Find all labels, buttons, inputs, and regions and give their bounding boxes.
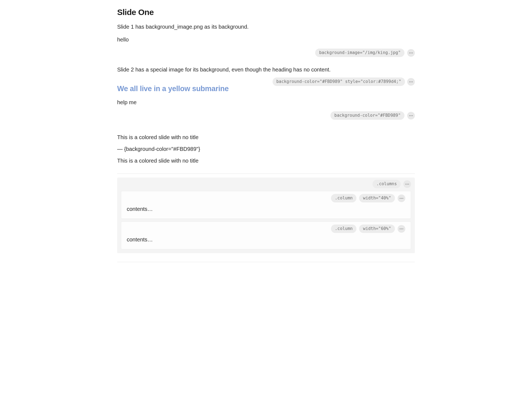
attr-pill[interactable]: background-color="#FBD989" <box>330 111 404 120</box>
svg-point-17 <box>402 228 403 229</box>
attr-pill[interactable]: .column <box>331 194 356 202</box>
svg-point-16 <box>401 228 402 229</box>
ellipsis-icon <box>400 228 403 229</box>
svg-point-4 <box>410 81 411 82</box>
svg-point-6 <box>409 115 410 116</box>
columns-attr-row: .columns <box>121 180 411 188</box>
column-1-attr-row: .column width="40%" <box>127 194 405 202</box>
more-button[interactable] <box>407 49 415 57</box>
ellipsis-icon <box>409 115 413 116</box>
more-button[interactable] <box>407 78 415 86</box>
slide-two-attr-row: background-color="#FBD989" <box>117 111 415 120</box>
attr-pill[interactable]: background-image="/img/king.jpg" <box>315 49 404 57</box>
attr-pill[interactable]: background-color="#FBD989" style="color:… <box>273 77 405 86</box>
attr-pill[interactable]: width="60%" <box>359 225 395 233</box>
slide-one-title: Slide One <box>117 8 415 17</box>
svg-point-8 <box>412 115 413 116</box>
ellipsis-icon <box>405 184 409 185</box>
slide-three-line-2: — {background-color="#FBD989"} <box>117 145 415 153</box>
more-button[interactable] <box>398 225 405 233</box>
svg-point-7 <box>410 115 411 116</box>
slide-two-body-2: help me <box>117 98 415 106</box>
more-button[interactable] <box>403 180 411 188</box>
attr-pill[interactable]: .columns <box>373 180 401 188</box>
slide-three: This is a colored slide with no title — … <box>117 133 415 165</box>
svg-point-5 <box>412 81 413 82</box>
svg-point-3 <box>409 81 410 82</box>
ellipsis-icon <box>409 52 413 53</box>
columns-block: .columns .column width="40%" <box>117 178 415 253</box>
svg-point-15 <box>400 228 400 229</box>
svg-point-10 <box>407 184 407 184</box>
slide-two-body-1: Slide 2 has a special image for its back… <box>117 66 415 74</box>
column-2-content: contents… <box>127 236 405 244</box>
slide-one-body-1: Slide 1 has background_image.png as its … <box>117 23 415 31</box>
svg-point-12 <box>400 198 400 199</box>
svg-point-9 <box>405 184 406 184</box>
horizontal-rule <box>117 173 415 174</box>
column-2-attr-row: .column width="60%" <box>127 225 405 233</box>
svg-point-14 <box>402 198 403 199</box>
horizontal-rule <box>117 262 415 262</box>
heading-attr-row: background-color="#FBD989" style="color:… <box>273 77 415 86</box>
ellipsis-icon <box>409 81 413 82</box>
slide-one-body-2: hello <box>117 36 415 44</box>
accent-heading: We all live in a yellow submarine <box>117 85 229 93</box>
ellipsis-icon <box>400 198 403 199</box>
svg-point-1 <box>410 52 411 53</box>
column-1-content: contents… <box>127 205 405 213</box>
attr-pill[interactable]: .column <box>331 225 356 233</box>
svg-point-11 <box>408 184 409 184</box>
heading-row: background-color="#FBD989" style="color:… <box>117 79 415 98</box>
slide-one-attr-row: background-image="/img/king.jpg" <box>117 49 415 57</box>
slide-three-line-3: This is a colored slide with no title <box>117 157 415 165</box>
svg-point-0 <box>409 52 410 53</box>
column-block-2: .column width="60%" contents… <box>121 222 411 249</box>
svg-point-2 <box>412 52 413 53</box>
attr-pill[interactable]: width="40%" <box>359 194 395 202</box>
slide-three-line-1: This is a colored slide with no title <box>117 133 415 141</box>
more-button[interactable] <box>407 112 415 119</box>
column-block-1: .column width="40%" contents… <box>121 191 411 219</box>
svg-point-13 <box>401 198 402 199</box>
document-page: Slide One Slide 1 has background_image.p… <box>117 0 415 273</box>
more-button[interactable] <box>398 194 405 202</box>
